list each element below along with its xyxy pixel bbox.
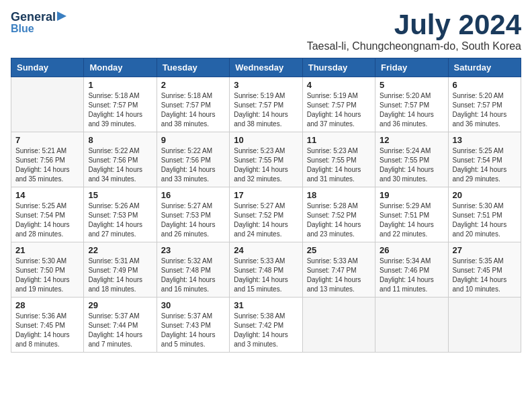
calendar-cell: 10Sunrise: 5:23 AM Sunset: 7:55 PM Dayli…	[230, 132, 302, 187]
day-info: Sunrise: 5:31 AM Sunset: 7:49 PM Dayligh…	[88, 257, 152, 294]
day-info: Sunrise: 5:24 AM Sunset: 7:55 PM Dayligh…	[380, 146, 443, 184]
day-number: 16	[161, 190, 225, 200]
day-number: 15	[88, 190, 152, 200]
day-info: Sunrise: 5:27 AM Sunset: 7:52 PM Dayligh…	[234, 201, 298, 239]
day-number: 8	[88, 135, 152, 145]
calendar-cell: 6Sunrise: 5:20 AM Sunset: 7:57 PM Daylig…	[448, 77, 521, 132]
calendar-cell: 2Sunrise: 5:18 AM Sunset: 7:57 PM Daylig…	[157, 77, 229, 132]
calendar-cell: 17Sunrise: 5:27 AM Sunset: 7:52 PM Dayli…	[230, 187, 302, 242]
calendar-cell: 18Sunrise: 5:28 AM Sunset: 7:52 PM Dayli…	[302, 187, 375, 242]
calendar-cell: 7Sunrise: 5:21 AM Sunset: 7:56 PM Daylig…	[11, 132, 84, 187]
day-info: Sunrise: 5:33 AM Sunset: 7:47 PM Dayligh…	[307, 257, 371, 294]
day-info: Sunrise: 5:18 AM Sunset: 7:57 PM Dayligh…	[88, 91, 152, 129]
day-info: Sunrise: 5:19 AM Sunset: 7:57 PM Dayligh…	[234, 91, 298, 129]
day-number: 10	[234, 135, 298, 145]
calendar-week-1: 1Sunrise: 5:18 AM Sunset: 7:57 PM Daylig…	[11, 77, 521, 132]
day-info: Sunrise: 5:34 AM Sunset: 7:46 PM Dayligh…	[380, 257, 443, 294]
calendar-cell: 31Sunrise: 5:38 AM Sunset: 7:42 PM Dayli…	[230, 298, 302, 353]
location-title: Taesal-li, Chungcheongnam-do, South Kore…	[307, 40, 521, 52]
day-header-tuesday: Tuesday	[157, 58, 229, 77]
day-number: 28	[15, 300, 79, 310]
day-header-sunday: Sunday	[11, 58, 84, 77]
day-info: Sunrise: 5:28 AM Sunset: 7:52 PM Dayligh…	[307, 201, 371, 239]
calendar-cell: 25Sunrise: 5:33 AM Sunset: 7:47 PM Dayli…	[302, 242, 375, 298]
day-info: Sunrise: 5:35 AM Sunset: 7:45 PM Dayligh…	[453, 257, 517, 294]
day-number: 23	[161, 245, 225, 255]
day-number: 22	[88, 245, 152, 255]
day-number: 5	[380, 80, 443, 90]
day-info: Sunrise: 5:25 AM Sunset: 7:54 PM Dayligh…	[15, 201, 79, 239]
day-number: 13	[453, 135, 517, 145]
calendar-cell: 14Sunrise: 5:25 AM Sunset: 7:54 PM Dayli…	[11, 187, 84, 242]
day-info: Sunrise: 5:36 AM Sunset: 7:45 PM Dayligh…	[15, 312, 79, 349]
day-number: 21	[15, 245, 79, 255]
day-info: Sunrise: 5:20 AM Sunset: 7:57 PM Dayligh…	[453, 91, 517, 129]
calendar-cell: 1Sunrise: 5:18 AM Sunset: 7:57 PM Daylig…	[84, 77, 157, 132]
day-header-monday: Monday	[84, 58, 157, 77]
day-info: Sunrise: 5:32 AM Sunset: 7:48 PM Dayligh…	[161, 257, 225, 294]
calendar-cell: 19Sunrise: 5:29 AM Sunset: 7:51 PM Dayli…	[375, 187, 448, 242]
calendar-cell: 12Sunrise: 5:24 AM Sunset: 7:55 PM Dayli…	[375, 132, 448, 187]
calendar-cell: 23Sunrise: 5:32 AM Sunset: 7:48 PM Dayli…	[157, 242, 229, 298]
calendar-cell	[302, 298, 375, 353]
day-number: 30	[161, 300, 225, 310]
calendar-cell: 30Sunrise: 5:37 AM Sunset: 7:43 PM Dayli…	[157, 298, 229, 353]
day-number: 25	[307, 245, 371, 255]
calendar-cell: 22Sunrise: 5:31 AM Sunset: 7:49 PM Dayli…	[84, 242, 157, 298]
day-info: Sunrise: 5:37 AM Sunset: 7:43 PM Dayligh…	[161, 312, 225, 349]
calendar-table: SundayMondayTuesdayWednesdayThursdayFrid…	[11, 58, 521, 353]
page-header: General Blue July 2024 Taesal-li, Chungc…	[11, 11, 521, 52]
day-info: Sunrise: 5:19 AM Sunset: 7:57 PM Dayligh…	[307, 91, 371, 129]
calendar-cell: 16Sunrise: 5:27 AM Sunset: 7:53 PM Dayli…	[157, 187, 229, 242]
day-number: 14	[15, 190, 79, 200]
calendar-cell: 24Sunrise: 5:33 AM Sunset: 7:48 PM Dayli…	[230, 242, 302, 298]
day-header-wednesday: Wednesday	[230, 58, 302, 77]
logo: General Blue	[11, 11, 68, 35]
day-number: 26	[380, 245, 443, 255]
day-info: Sunrise: 5:38 AM Sunset: 7:42 PM Dayligh…	[234, 312, 298, 349]
day-header-thursday: Thursday	[302, 58, 375, 77]
calendar-week-4: 21Sunrise: 5:30 AM Sunset: 7:50 PM Dayli…	[11, 242, 521, 298]
day-info: Sunrise: 5:22 AM Sunset: 7:56 PM Dayligh…	[161, 146, 225, 184]
day-info: Sunrise: 5:25 AM Sunset: 7:54 PM Dayligh…	[453, 146, 517, 184]
day-number: 11	[307, 135, 371, 145]
day-info: Sunrise: 5:18 AM Sunset: 7:57 PM Dayligh…	[161, 91, 225, 129]
day-info: Sunrise: 5:20 AM Sunset: 7:57 PM Dayligh…	[380, 91, 443, 129]
day-number: 6	[453, 80, 517, 90]
day-number: 29	[88, 300, 152, 310]
calendar-cell: 13Sunrise: 5:25 AM Sunset: 7:54 PM Dayli…	[448, 132, 521, 187]
day-number: 17	[234, 190, 298, 200]
calendar-cell: 5Sunrise: 5:20 AM Sunset: 7:57 PM Daylig…	[375, 77, 448, 132]
calendar-cell	[448, 298, 521, 353]
day-info: Sunrise: 5:29 AM Sunset: 7:51 PM Dayligh…	[380, 201, 443, 239]
day-number: 4	[307, 80, 371, 90]
calendar-cell: 3Sunrise: 5:19 AM Sunset: 7:57 PM Daylig…	[230, 77, 302, 132]
svg-marker-0	[57, 11, 66, 21]
day-number: 19	[380, 190, 443, 200]
logo-blue-text: Blue	[11, 23, 34, 35]
calendar-cell: 28Sunrise: 5:36 AM Sunset: 7:45 PM Dayli…	[11, 298, 84, 353]
day-number: 2	[161, 80, 225, 90]
day-info: Sunrise: 5:37 AM Sunset: 7:44 PM Dayligh…	[88, 312, 152, 349]
calendar-cell: 20Sunrise: 5:30 AM Sunset: 7:51 PM Dayli…	[448, 187, 521, 242]
calendar-cell: 29Sunrise: 5:37 AM Sunset: 7:44 PM Dayli…	[84, 298, 157, 353]
calendar-title-area: July 2024 Taesal-li, Chungcheongnam-do, …	[307, 11, 521, 52]
day-header-saturday: Saturday	[448, 58, 521, 77]
calendar-cell: 4Sunrise: 5:19 AM Sunset: 7:57 PM Daylig…	[302, 77, 375, 132]
day-number: 24	[234, 245, 298, 255]
calendar-cell: 9Sunrise: 5:22 AM Sunset: 7:56 PM Daylig…	[157, 132, 229, 187]
day-info: Sunrise: 5:22 AM Sunset: 7:56 PM Dayligh…	[88, 146, 152, 184]
calendar-cell: 21Sunrise: 5:30 AM Sunset: 7:50 PM Dayli…	[11, 242, 84, 298]
calendar-week-3: 14Sunrise: 5:25 AM Sunset: 7:54 PM Dayli…	[11, 187, 521, 242]
day-number: 3	[234, 80, 298, 90]
day-number: 9	[161, 135, 225, 145]
calendar-body: 1Sunrise: 5:18 AM Sunset: 7:57 PM Daylig…	[11, 77, 521, 353]
logo-arrow-icon	[56, 10, 68, 22]
day-info: Sunrise: 5:30 AM Sunset: 7:50 PM Dayligh…	[15, 257, 79, 294]
calendar-cell: 8Sunrise: 5:22 AM Sunset: 7:56 PM Daylig…	[84, 132, 157, 187]
calendar-cell: 26Sunrise: 5:34 AM Sunset: 7:46 PM Dayli…	[375, 242, 448, 298]
day-number: 27	[453, 245, 517, 255]
calendar-header-row: SundayMondayTuesdayWednesdayThursdayFrid…	[11, 58, 521, 77]
logo-general: General	[11, 11, 56, 23]
calendar-week-5: 28Sunrise: 5:36 AM Sunset: 7:45 PM Dayli…	[11, 298, 521, 353]
